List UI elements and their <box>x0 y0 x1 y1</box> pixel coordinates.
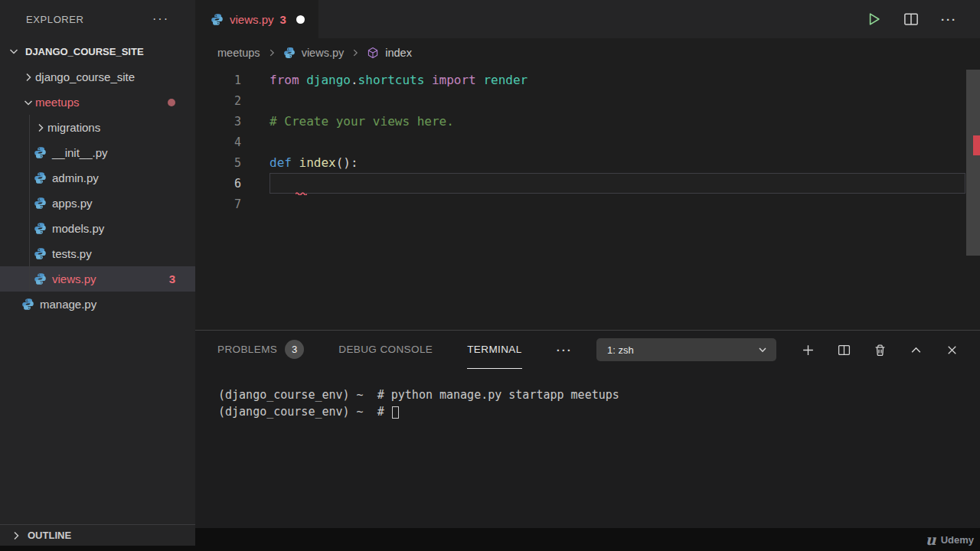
vscode-window: EXPLORER ··· DJANGO_COURSE_SITE django_c… <box>0 0 980 551</box>
token: render <box>483 73 528 87</box>
code-line-7[interactable]: 7 <box>195 194 980 214</box>
code-lines: 1from django.shortcuts import render23# … <box>195 70 980 214</box>
error-marker <box>973 135 980 155</box>
editor-column: views.py 3 ··· meetups views.py <box>195 0 980 551</box>
line-content <box>270 194 980 214</box>
terminal-output[interactable]: (django_course_env) ~ # python manage.py… <box>195 369 980 528</box>
terminal-actions <box>802 344 959 357</box>
line-number: 2 <box>195 94 241 108</box>
token: (): <box>336 155 358 170</box>
line-number: 6 <box>195 177 241 191</box>
new-terminal-icon[interactable] <box>802 344 815 357</box>
terminal-line: (django_course_env) ~ # <box>218 404 980 421</box>
tab-label: views.py <box>230 13 274 26</box>
python-file-icon <box>34 222 47 235</box>
panel-tab-terminal[interactable]: TERMINAL <box>467 331 521 369</box>
explorer-more-icon[interactable]: ··· <box>152 12 169 26</box>
tree-item-label: views.py <box>52 272 96 285</box>
split-terminal-icon[interactable] <box>838 344 851 357</box>
token: index <box>299 155 336 170</box>
token: # Create your views here. <box>270 114 454 129</box>
udemy-logo-icon: u <box>926 533 936 547</box>
line-content <box>270 173 965 194</box>
explorer-header: EXPLORER ··· <box>0 0 195 38</box>
token: django <box>306 73 351 87</box>
split-editor-icon[interactable] <box>903 11 919 27</box>
chevron-right-icon <box>10 530 22 542</box>
python-file-icon <box>34 171 47 184</box>
explorer-title: EXPLORER <box>26 14 84 25</box>
maximize-panel-icon[interactable] <box>910 344 923 357</box>
chevron-right-icon <box>21 71 35 83</box>
editor-scrollbar[interactable] <box>966 70 980 256</box>
editor-tab-bar: views.py 3 ··· <box>195 0 980 38</box>
line-number: 4 <box>195 135 241 149</box>
tree-item-label: __init__.py <box>52 146 108 159</box>
tree-item-label: models.py <box>52 222 104 235</box>
code-editor[interactable]: 1from django.shortcuts import render23# … <box>195 67 980 330</box>
chevron-right-icon <box>266 47 277 58</box>
run-icon[interactable] <box>866 11 881 27</box>
bottom-panel: PROBLEMS3DEBUG CONSOLETERMINAL ··· 1: zs… <box>195 330 980 528</box>
sidebar-bottom-gap <box>0 546 195 551</box>
problems-count-badge: 3 <box>285 340 304 359</box>
token <box>424 73 432 87</box>
code-line-6[interactable]: 6 <box>195 173 980 194</box>
panel-tab-label: TERMINAL <box>467 344 521 355</box>
outline-section-header[interactable]: OUTLINE <box>0 524 195 546</box>
line-number: 7 <box>195 197 241 211</box>
symbol-cube-icon <box>367 47 379 59</box>
tree-item-manage-py[interactable]: manage.py <box>0 292 195 317</box>
code-line-4[interactable]: 4 <box>195 132 980 152</box>
workspace-section-header[interactable]: DJANGO_COURSE_SITE <box>0 38 195 64</box>
udemy-watermark: Udemy <box>941 534 974 546</box>
tree-item-label: meetups <box>35 96 80 109</box>
chevron-right-icon <box>34 122 47 134</box>
chevron-right-icon <box>350 47 361 58</box>
token <box>476 73 484 87</box>
panel-tabs: PROBLEMS3DEBUG CONSOLETERMINAL <box>217 331 557 369</box>
breadcrumb-file[interactable]: views.py <box>302 47 345 59</box>
terminal-cursor <box>392 406 399 419</box>
line-number: 1 <box>195 73 241 87</box>
token <box>299 73 307 87</box>
terminal-line: (django_course_env) ~ # python manage.py… <box>218 387 980 404</box>
token: from <box>270 73 299 87</box>
tab-views-py[interactable]: views.py 3 <box>195 0 318 38</box>
line-content: from django.shortcuts import render <box>270 70 980 90</box>
tree-item-django-course-site[interactable]: django_course_site <box>0 64 195 90</box>
python-file-icon <box>21 298 34 311</box>
python-file-icon <box>283 47 296 59</box>
tab-error-count: 3 <box>280 13 286 26</box>
more-actions-icon[interactable]: ··· <box>941 13 957 26</box>
code-line-5[interactable]: 5def index(): <box>195 152 980 173</box>
tree-item-meetups[interactable]: meetups <box>0 90 195 115</box>
terminal-shell-select[interactable]: 1: zsh <box>596 338 776 361</box>
file-tree: django_course_sitemeetupsmigrations__ini… <box>0 64 195 317</box>
panel-more-icon[interactable]: ··· <box>557 344 573 357</box>
breadcrumb-folder[interactable]: meetups <box>217 47 260 59</box>
code-line-2[interactable]: 2 <box>195 90 980 111</box>
workspace-name: DJANGO_COURSE_SITE <box>25 46 144 57</box>
chevron-down-icon <box>756 344 769 356</box>
code-line-1[interactable]: 1from django.shortcuts import render <box>195 70 980 90</box>
tree-item-label: migrations <box>47 121 100 134</box>
code-line-3[interactable]: 3# Create your views here. <box>195 111 980 132</box>
line-number: 5 <box>195 156 241 170</box>
token: shortcuts <box>358 73 425 87</box>
chevron-down-icon <box>22 96 34 109</box>
shell-select-value: 1: zsh <box>607 344 634 356</box>
panel-tab-problems[interactable]: PROBLEMS3 <box>217 331 304 369</box>
line-number: 3 <box>195 115 241 129</box>
panel-tab-label: DEBUG CONSOLE <box>338 344 433 355</box>
close-panel-icon[interactable] <box>946 344 959 357</box>
token: . <box>351 73 358 87</box>
tree-item-label: apps.py <box>52 197 93 210</box>
tree-item-label: admin.py <box>52 171 99 184</box>
python-file-icon <box>34 247 47 260</box>
breadcrumb-symbol[interactable]: index <box>385 47 412 59</box>
unsaved-dot-icon[interactable] <box>296 15 305 24</box>
panel-tab-debug-console[interactable]: DEBUG CONSOLE <box>338 331 433 369</box>
line-content: def index(): <box>270 152 980 173</box>
kill-terminal-icon[interactable] <box>874 344 887 357</box>
